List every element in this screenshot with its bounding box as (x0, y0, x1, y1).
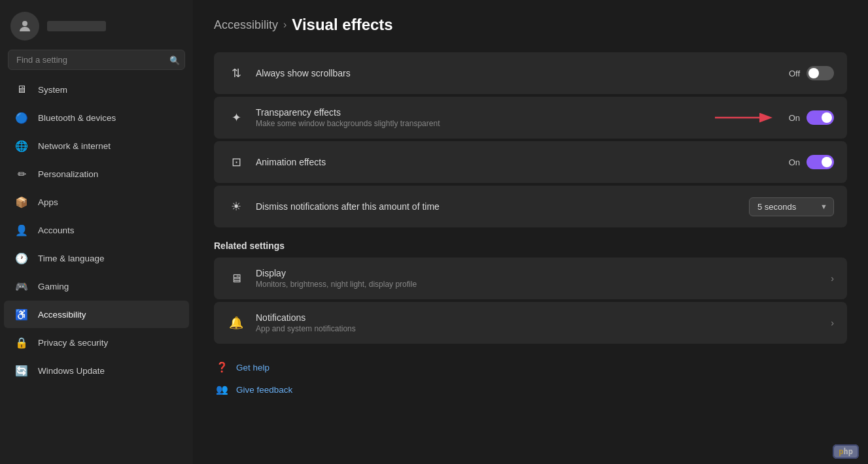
sidebar-label-time: Time & language (38, 254, 105, 263)
setting-control-scrollbars: Off (789, 66, 834, 80)
sidebar-label-apps: Apps (38, 197, 58, 207)
related-title-notifications-setting: Notifications (256, 312, 820, 323)
related-icon-notifications-setting: 🔔 (227, 314, 245, 332)
sidebar-label-network: Network & internet (38, 141, 111, 151)
setting-icon-transparency: ✦ (227, 108, 245, 127)
sidebar-nav: 🖥 System 🔵 Bluetooth & devices 🌐 Network… (0, 75, 193, 464)
breadcrumb-parent[interactable]: Accessibility (214, 18, 278, 32)
related-settings-list: 🖥 Display Monitors, brightness, night li… (214, 257, 847, 344)
main-content: Accessibility › Visual effects ⇅ Always … (193, 0, 868, 464)
setting-icon-notifications: ☀ (227, 197, 245, 216)
related-row-notifications-setting[interactable]: 🔔 Notifications App and system notificat… (214, 302, 847, 344)
time-icon: 🕐 (14, 251, 29, 265)
setting-title-scrollbars: Always show scrollbars (256, 68, 778, 78)
related-icon-display: 🖥 (227, 269, 245, 288)
sidebar-item-accessibility[interactable]: ♿ Accessibility (4, 301, 189, 328)
setting-row-notifications: ☀ Dismiss notifications after this amoun… (214, 186, 847, 227)
sidebar-item-system[interactable]: 🖥 System (4, 76, 189, 103)
setting-icon-scrollbars: ⇅ (227, 64, 245, 82)
setting-icon-animation: ⊡ (227, 153, 245, 171)
related-text-notifications-setting: Notifications App and system notificatio… (256, 312, 820, 333)
setting-row-transparency: ✦ Transparency effects Make some window … (214, 97, 847, 139)
sidebar-item-time[interactable]: 🕐 Time & language (4, 244, 189, 272)
setting-text-scrollbars: Always show scrollbars (256, 68, 778, 78)
accounts-icon: 👤 (14, 223, 29, 237)
toggle-animation[interactable] (807, 155, 834, 169)
footer-links: ❓ Get help 👥 Give feedback (214, 359, 847, 397)
breadcrumb-current: Visual effects (292, 16, 392, 34)
sidebar-item-personalization[interactable]: ✏ Personalization (4, 160, 189, 188)
setting-text-animation: Animation effects (256, 157, 778, 167)
sidebar: 🔍 🖥 System 🔵 Bluetooth & devices 🌐 Netwo… (0, 0, 193, 464)
sidebar-label-system: System (38, 85, 67, 95)
sidebar-label-personalization: Personalization (38, 169, 98, 179)
get-help-label: Get help (236, 363, 269, 373)
accessibility-icon: ♿ (14, 307, 29, 322)
setting-text-notifications: Dismiss notifications after this amount … (256, 201, 738, 212)
setting-row-scrollbars: ⇅ Always show scrollbars Off (214, 52, 847, 94)
sidebar-item-apps[interactable]: 📦 Apps (4, 188, 189, 216)
gaming-icon: 🎮 (14, 279, 29, 293)
search-icon: 🔍 (169, 55, 180, 65)
sidebar-label-privacy: Privacy & security (38, 338, 108, 348)
sidebar-item-accounts[interactable]: 👤 Accounts (4, 216, 189, 244)
setting-desc-transparency: Make some window backgrounds slightly tr… (256, 119, 701, 128)
setting-text-transparency: Transparency effects Make some window ba… (256, 107, 701, 128)
user-profile[interactable] (0, 0, 193, 50)
toggle-label-animation: On (789, 157, 800, 167)
sidebar-item-windows-update[interactable]: 🔄 Windows Update (4, 357, 189, 384)
toggle-label-scrollbars: Off (789, 69, 800, 78)
sidebar-label-bluetooth: Bluetooth & devices (38, 113, 116, 123)
sidebar-label-accessibility: Accessibility (38, 310, 86, 320)
sidebar-label-windows-update: Windows Update (38, 366, 105, 376)
related-desc-display: Monitors, brightness, night light, displ… (256, 280, 820, 289)
related-title-display: Display (256, 268, 820, 278)
feedback-icon: 👥 (214, 382, 230, 397)
related-chevron-display: › (831, 273, 834, 284)
username-placeholder (47, 21, 106, 31)
sidebar-item-privacy[interactable]: 🔒 Privacy & security (4, 329, 189, 356)
help-icon: ❓ (214, 359, 230, 375)
sidebar-item-network[interactable]: 🌐 Network & internet (4, 132, 189, 159)
system-icon: 🖥 (14, 82, 29, 97)
related-chevron-notifications-setting: › (831, 318, 834, 328)
setting-control-notifications: 5 seconds7 seconds25 seconds1 minute3 mi… (749, 197, 834, 216)
sidebar-item-gaming[interactable]: 🎮 Gaming (4, 273, 189, 300)
related-desc-notifications-setting: App and system notifications (256, 324, 820, 333)
setting-row-animation: ⊡ Animation effects On (214, 141, 847, 183)
toggle-scrollbars[interactable] (807, 66, 834, 80)
related-settings-label: Related settings (214, 240, 847, 251)
get-help-link[interactable]: ❓ Get help (214, 359, 847, 375)
toggle-transparency[interactable] (807, 110, 834, 125)
bluetooth-icon: 🔵 (14, 110, 29, 125)
dropdown-wrapper-notifications: 5 seconds7 seconds25 seconds1 minute3 mi… (749, 197, 834, 216)
avatar (10, 12, 39, 41)
sidebar-label-gaming: Gaming (38, 282, 69, 291)
give-feedback-link[interactable]: 👥 Give feedback (214, 382, 847, 397)
give-feedback-label: Give feedback (236, 385, 292, 395)
setting-control-transparency: On (712, 110, 834, 125)
network-icon: 🌐 (14, 139, 29, 153)
setting-title-transparency: Transparency effects (256, 107, 701, 118)
breadcrumb-separator: › (283, 19, 286, 31)
apps-icon: 📦 (14, 195, 29, 209)
related-text-display: Display Monitors, brightness, night ligh… (256, 268, 820, 289)
setting-title-animation: Animation effects (256, 157, 778, 167)
settings-list: ⇅ Always show scrollbars Off ✦ Transpare… (214, 52, 847, 227)
personalization-icon: ✏ (14, 167, 29, 181)
red-arrow-indicator (712, 110, 777, 125)
sidebar-label-accounts: Accounts (38, 225, 75, 235)
related-row-display[interactable]: 🖥 Display Monitors, brightness, night li… (214, 257, 847, 299)
svg-point-0 (22, 21, 27, 26)
windows-update-icon: 🔄 (14, 363, 29, 378)
php-watermark: php (833, 446, 859, 456)
toggle-label-transparency: On (789, 113, 800, 123)
search-container: 🔍 (8, 50, 185, 70)
breadcrumb: Accessibility › Visual effects (214, 16, 847, 34)
privacy-icon: 🔒 (14, 335, 29, 350)
dropdown-notifications[interactable]: 5 seconds7 seconds25 seconds1 minute3 mi… (749, 197, 834, 216)
sidebar-item-bluetooth[interactable]: 🔵 Bluetooth & devices (4, 104, 189, 131)
search-input[interactable] (8, 50, 185, 70)
setting-control-animation: On (789, 155, 834, 169)
setting-title-notifications: Dismiss notifications after this amount … (256, 201, 738, 212)
